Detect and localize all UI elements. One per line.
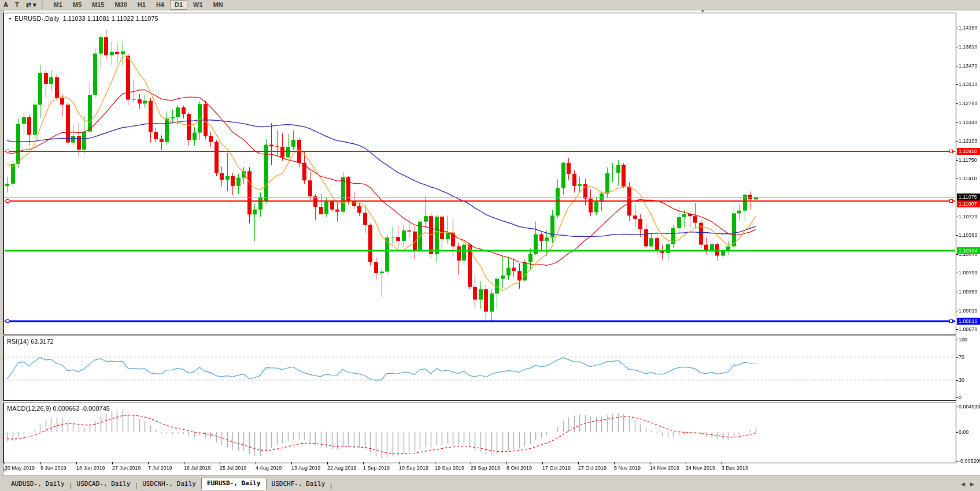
tab-scroll-right-button[interactable]: ▶ [970, 481, 974, 487]
toolbar-separator [42, 1, 46, 9]
date-label: 24 Nov 2019 [686, 465, 715, 471]
rsi-level-label: 70 [959, 354, 964, 360]
date-label: 7 Jul 2019 [148, 465, 172, 471]
chart-canvas[interactable] [0, 0, 980, 491]
date-label: 13 Aug 2019 [291, 465, 321, 471]
arrows-dropdown-icon[interactable]: ⇄ ▾ [23, 1, 40, 9]
price-tick-label: 1.13470 [959, 63, 978, 69]
date-label: 14 Nov 2019 [650, 465, 679, 471]
date-label: 10 Sep 2019 [399, 465, 428, 471]
macd-tick-label: 0.004536 [959, 404, 980, 410]
current-price-tag: 1.11075 [957, 194, 980, 200]
tab-scroll-left-button[interactable]: ◀ [961, 481, 965, 487]
price-tick-label: 1.09010 [959, 308, 978, 314]
rsi-level-label: 100 [959, 337, 967, 343]
top-toolbar: AT⇄ ▾M1M5M15M30H1H4D1W1MN [0, 0, 980, 10]
date-label: 27 Oct 2019 [578, 465, 607, 471]
timeframe-button-m15[interactable]: M15 [87, 0, 109, 10]
date-label: 18 Jun 2019 [76, 465, 105, 471]
macd-title: MACD(12,26,9) 0.000663 -0.000745 [7, 405, 110, 412]
date-label: 1 Sep 2019 [363, 465, 390, 471]
date-label: 27 Jun 2019 [112, 465, 141, 471]
rsi-title: RSI(14) 63.3172 [7, 338, 54, 345]
date-label: 30 May 2019 [5, 465, 35, 471]
chart-title: ▼EURUSD-,Daily 1.11033 1.11081 1.11022 1… [8, 15, 158, 22]
price-tick-label: 1.13130 [959, 81, 978, 87]
price-tick-label: 1.09700 [959, 270, 978, 276]
tab-eurusd[interactable]: EURUSD-, Daily [201, 478, 267, 490]
macd-tick-label: -0.005205 [959, 458, 980, 464]
chart-title-ohlc: 1.11033 1.11081 1.11022 1.11075 [63, 15, 158, 22]
date-label: 8 Oct 2019 [506, 465, 532, 471]
date-label: 16 Jul 2019 [184, 465, 211, 471]
price-tick-label: 1.12780 [959, 101, 978, 106]
date-label: 5 Nov 2019 [614, 465, 641, 471]
chart-title-symbol: EURUSD-,Daily [14, 15, 60, 22]
date-label: 22 Aug 2019 [327, 465, 357, 471]
timeframe-button-d1[interactable]: D1 [170, 0, 187, 10]
timeframe-button-h1[interactable]: H1 [133, 0, 150, 10]
price-tick-label: 1.11750 [959, 157, 977, 163]
timeframe-button-w1[interactable]: W1 [188, 0, 208, 10]
date-label: 9 Jun 2019 [40, 465, 66, 471]
price-tick-label: 1.10720 [959, 214, 978, 220]
price-tick-label: 1.14160 [959, 25, 978, 31]
date-label: 25 Jul 2019 [220, 465, 247, 471]
timeframe-button-m5[interactable]: M5 [68, 0, 86, 10]
timeframe-button-m30[interactable]: M30 [110, 0, 131, 10]
tab-usdcad[interactable]: USDCAD-, Daily [72, 479, 136, 490]
date-label: 4 Aug 2019 [256, 465, 282, 471]
arrow-tool-icon[interactable]: A [0, 1, 12, 9]
text-tool-icon[interactable]: T [12, 1, 23, 9]
timeframe-button-h4[interactable]: H4 [151, 0, 169, 10]
price-tick-label: 1.08670 [959, 326, 978, 332]
hline-price-tag[interactable]: 1.11910 [957, 148, 980, 155]
date-label: 19 Sep 2019 [435, 465, 464, 471]
macd-tick-label: 0.00 [959, 429, 969, 435]
tab-separator: | [330, 482, 332, 489]
timeframe-button-mn[interactable]: MN [209, 0, 228, 10]
price-tick-label: 1.12100 [959, 138, 978, 144]
rsi-level-label: 0 [959, 395, 961, 400]
price-tick-label: 1.11410 [959, 176, 977, 181]
date-label: 17 Oct 2019 [542, 465, 571, 471]
symbol-tab-bar: AUDUSD-, Daily|USDCAD-, Daily|USDCNH-, D… [0, 475, 980, 491]
price-tick-label: 1.12440 [959, 120, 978, 125]
tab-usdcnh[interactable]: USDCNH-, Daily [137, 479, 201, 490]
tab-usdchf[interactable]: USDCHF-, Daily [267, 479, 331, 490]
tab-audusd[interactable]: AUDUSD-, Daily [6, 479, 70, 490]
price-tick-label: 1.10380 [959, 232, 978, 238]
rsi-level-label: 30 [959, 377, 964, 383]
price-tick-label: 1.09350 [959, 289, 978, 295]
window-left-border [0, 10, 3, 491]
price-tick-label: 1.13810 [959, 44, 978, 50]
hline-price-tag[interactable]: 1.08816 [957, 318, 980, 325]
collapse-icon[interactable]: ▼ [8, 17, 12, 21]
hline-price-tag[interactable]: 1.11007 [957, 200, 980, 207]
date-label: 3 Dec 2019 [722, 465, 748, 471]
date-label: 29 Sep 2019 [471, 465, 500, 471]
timeframe-button-m1[interactable]: M1 [49, 0, 66, 10]
hline-price-tag[interactable]: 1.10104 [957, 247, 980, 254]
